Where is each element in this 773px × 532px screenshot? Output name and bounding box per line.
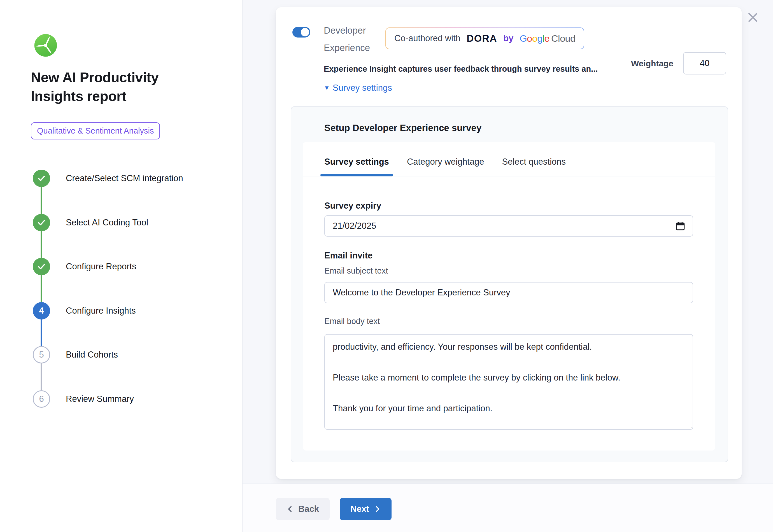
step-indicator-4[interactable]: 4 bbox=[33, 302, 50, 319]
check-icon bbox=[37, 262, 46, 271]
survey-expiry-input[interactable] bbox=[324, 215, 693, 237]
email-subject-label: Email subject text bbox=[324, 266, 388, 276]
step-number: 4 bbox=[39, 306, 44, 316]
insight-name-label: Developer Experience bbox=[324, 22, 384, 57]
step-number: 6 bbox=[39, 394, 44, 404]
step-indicator-5[interactable]: 5 bbox=[33, 346, 50, 363]
tab-strip: Survey settings Category weightage Selec… bbox=[303, 142, 715, 176]
step-connector bbox=[41, 187, 42, 214]
step-indicator-3[interactable] bbox=[33, 258, 50, 275]
chevron-right-icon bbox=[374, 505, 381, 513]
email-invite-label: Email invite bbox=[324, 251, 372, 261]
dora-logo: DORA bbox=[467, 33, 497, 44]
email-subject-input[interactable] bbox=[324, 282, 693, 303]
chevron-left-icon bbox=[287, 505, 294, 513]
insight-description: Experience Insight captures user feedbac… bbox=[324, 64, 623, 74]
step-label-2[interactable]: Select AI Coding Tool bbox=[66, 218, 148, 228]
report-type-badge: Qualitative & Sentiment Analysis bbox=[31, 122, 160, 139]
survey-settings-toggle-link[interactable]: ▼ Survey settings bbox=[324, 83, 392, 93]
weightage-input[interactable] bbox=[683, 52, 726, 74]
survey-expiry-label: Survey expiry bbox=[324, 201, 381, 211]
chip-prefix-text: Co-authored with bbox=[394, 33, 460, 43]
step-label-4[interactable]: Configure Insights bbox=[66, 306, 136, 316]
survey-setup-card: Setup Developer Experience survey Survey… bbox=[291, 106, 728, 462]
close-button[interactable] bbox=[745, 10, 761, 25]
step-indicator-1[interactable] bbox=[33, 170, 50, 187]
app-root: New AI Productivity Insights report Qual… bbox=[0, 0, 773, 532]
tab-survey-settings[interactable]: Survey settings bbox=[324, 157, 389, 176]
step-indicator-6[interactable]: 6 bbox=[33, 390, 50, 408]
step-label-5[interactable]: Build Cohorts bbox=[66, 350, 118, 360]
back-button-label: Back bbox=[298, 504, 319, 514]
check-icon bbox=[37, 218, 46, 227]
step-label-1[interactable]: Create/Select SCM integration bbox=[66, 173, 183, 183]
google-letter: l bbox=[543, 33, 544, 44]
next-button[interactable]: Next bbox=[340, 498, 392, 520]
setup-heading: Setup Developer Experience survey bbox=[324, 123, 481, 133]
close-icon bbox=[746, 11, 759, 24]
next-button-label: Next bbox=[350, 504, 369, 514]
check-icon bbox=[37, 174, 46, 183]
step-connector bbox=[41, 275, 42, 302]
coauthored-chip-inner: Co-authored with DORA by GoogleCloud bbox=[386, 28, 584, 49]
google-cloud-text: Cloud bbox=[551, 33, 575, 44]
back-button[interactable]: Back bbox=[276, 498, 330, 520]
email-body-label: Email body text bbox=[324, 317, 380, 326]
app-logo-icon bbox=[34, 33, 58, 58]
tab-select-questions[interactable]: Select questions bbox=[502, 157, 566, 176]
google-letter: G bbox=[520, 33, 527, 44]
survey-settings-panel: Survey settings Category weightage Selec… bbox=[303, 142, 715, 451]
google-letter: e bbox=[544, 33, 550, 44]
google-logo: GoogleCloud bbox=[520, 33, 575, 44]
google-letter: o bbox=[532, 33, 537, 44]
weightage-label: Weightage bbox=[631, 59, 673, 68]
email-body-textarea[interactable]: productivity, and efficiency. Your respo… bbox=[324, 334, 693, 430]
developer-experience-toggle[interactable] bbox=[292, 27, 310, 38]
step-label-6[interactable]: Review Summary bbox=[66, 394, 134, 404]
step-connector bbox=[41, 363, 42, 390]
step-label-3[interactable]: Configure Reports bbox=[66, 262, 136, 272]
step-connector bbox=[41, 319, 42, 346]
google-letter: g bbox=[537, 33, 542, 44]
step-indicator-2[interactable] bbox=[33, 214, 50, 231]
survey-settings-link-label: Survey settings bbox=[333, 83, 392, 93]
footer-bar: Back Next bbox=[243, 484, 773, 532]
wizard-sidebar: New AI Productivity Insights report Qual… bbox=[0, 0, 242, 532]
insight-config-card: Developer Experience Co-authored with DO… bbox=[276, 7, 742, 479]
calendar-icon[interactable] bbox=[675, 221, 685, 231]
google-letter: o bbox=[527, 33, 532, 44]
coauthored-chip: Co-authored with DORA by GoogleCloud bbox=[385, 27, 584, 49]
caret-down-icon: ▼ bbox=[324, 84, 330, 92]
chip-by-text: by bbox=[503, 33, 513, 43]
step-number: 5 bbox=[39, 350, 44, 360]
tab-category-weightage[interactable]: Category weightage bbox=[407, 157, 484, 176]
step-connector bbox=[41, 231, 42, 258]
page-title: New AI Productivity Insights report bbox=[31, 68, 202, 106]
toggle-knob bbox=[301, 28, 309, 36]
